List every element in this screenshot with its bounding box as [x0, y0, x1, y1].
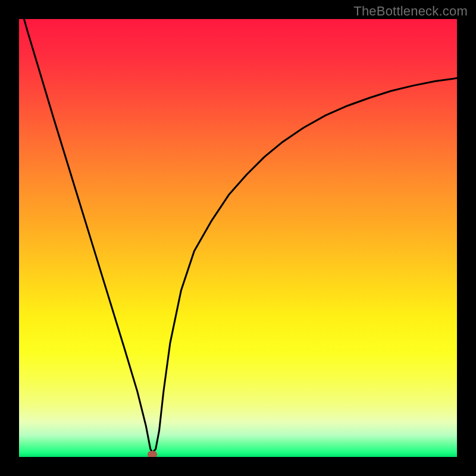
- plot-area: [19, 19, 457, 457]
- bottleneck-curve: [19, 19, 457, 457]
- chart-frame: TheBottleneck.com: [0, 0, 476, 476]
- watermark-text: TheBottleneck.com: [353, 4, 468, 19]
- minimum-marker: [148, 451, 157, 457]
